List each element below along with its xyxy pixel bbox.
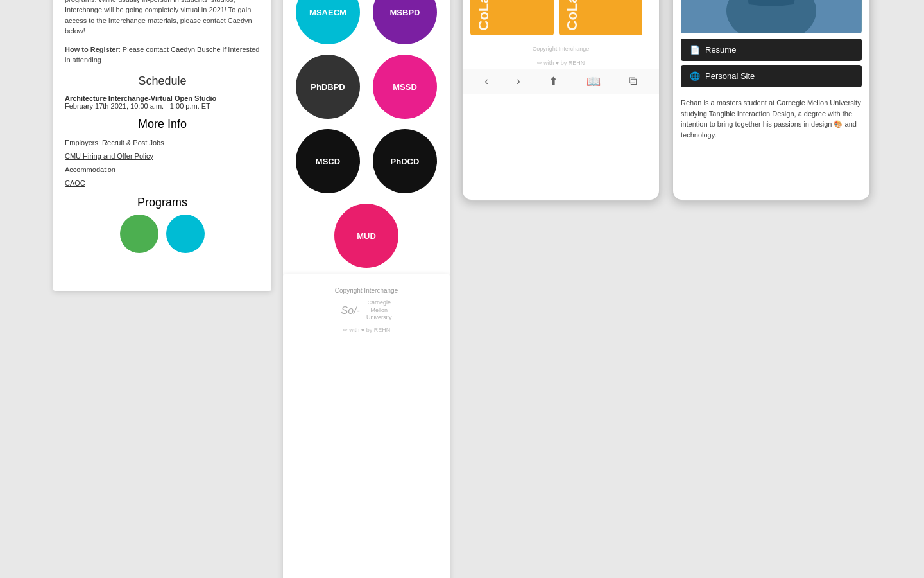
profile-buttons: 📄 Resume 🌐 Personal Site	[673, 33, 869, 92]
how-to-register: How to Register: Please contact Caedyn B…	[65, 44, 260, 66]
profile-avatar-svg	[681, 0, 862, 33]
more-info-link-0[interactable]: Employers: Recruit & Post Jobs	[65, 139, 164, 146]
phone3-made-with: ✏ with ♥ by REHN	[463, 55, 659, 69]
phone3-bottom-bar: ‹ › ⬆ 📖 ⧉	[463, 69, 659, 94]
prog-mud[interactable]: MUD	[334, 204, 398, 268]
footer-sol-logo: So/-	[341, 305, 360, 317]
profile-bio: Rehan is a masters student at Carnegie M…	[673, 92, 869, 145]
programs-panel: MAAD M.Arch MSAECM MSBPD PhDBPD MSSD MSC…	[283, 0, 450, 578]
project-card-2-label: CoLab	[564, 0, 581, 30]
contact-link[interactable]: Caedyn Busche	[171, 46, 221, 53]
prog-phdcd[interactable]: PhDCD	[373, 129, 437, 193]
prog-msbpd[interactable]: MSBPD	[373, 0, 437, 44]
personal-site-label: Personal Site	[705, 71, 755, 81]
more-info-links: Employers: Recruit & Post Jobs CMU Hirin…	[65, 136, 260, 188]
resume-button[interactable]: 📄 Resume	[681, 39, 862, 61]
personal-site-button[interactable]: 🌐 Personal Site	[681, 65, 862, 87]
desktop-panel: Home People Upload INTERCHANGE Connectin…	[53, 0, 271, 291]
programs-title: Programs	[65, 196, 260, 209]
phone3-forward-icon[interactable]: ›	[517, 74, 520, 89]
programs-footer: Copyright Interchange So/- CarnegieMello…	[283, 274, 450, 578]
project-card-2[interactable]: CoLab	[559, 0, 642, 35]
prog-mssd[interactable]: MSSD	[373, 55, 437, 119]
phone-profile-mockup: Carrier 📶 5:21 PM naher94.github.io Reha…	[672, 0, 871, 201]
circles-row-2: MSAECM MSBPD	[296, 0, 437, 44]
footer-cmu-text: CarnegieMellonUniversity	[366, 299, 392, 322]
phone3-footer-copyright: Copyright Interchange	[463, 40, 659, 55]
resume-icon: 📄	[690, 45, 700, 55]
project-card-1[interactable]: CoLab	[470, 0, 554, 35]
prog-mscd[interactable]: MSCD	[296, 129, 360, 193]
phone3-tabs-icon[interactable]: ⧉	[629, 74, 637, 89]
event-name: Architecture Interchange-Virtual Open St…	[65, 94, 260, 102]
prog-circle-maad	[120, 215, 158, 253]
profile-photo	[681, 0, 862, 33]
globe-icon: 🌐	[690, 71, 700, 81]
circles-grid: MAAD M.Arch MSAECM MSBPD PhDBPD MSSD MSC…	[283, 0, 450, 274]
circles-row-3: PhDBPD MSSD	[296, 55, 437, 119]
about-text: Interchange is a recruiting event for th…	[65, 0, 260, 37]
register-label: How to Register	[65, 46, 119, 53]
desktop-content: About Interchange is a recruiting event …	[53, 0, 271, 262]
main-container: Home People Upload INTERCHANGE Connectin…	[0, 0, 924, 578]
profile-photo-container: MTID	[681, 0, 862, 33]
phone3-bookmarks-icon[interactable]: 📖	[586, 74, 601, 89]
footer-copyright: Copyright Interchange	[335, 287, 398, 294]
prog-circle-2	[166, 215, 205, 253]
prog-phdbpd[interactable]: PhDBPD	[296, 55, 360, 119]
phone3-share-icon[interactable]: ⬆	[549, 74, 558, 89]
programs-preview-circles	[65, 215, 260, 253]
more-info-link-3[interactable]: CAOC	[65, 179, 85, 187]
register-text: : Please contact	[119, 46, 169, 53]
schedule-event: Architecture Interchange-Virtual Open St…	[65, 94, 260, 110]
prog-msaecm[interactable]: MSAECM	[296, 0, 360, 44]
more-info-link-2[interactable]: Accommodation	[65, 166, 116, 173]
footer-logos: So/- CarnegieMellonUniversity	[341, 299, 392, 322]
circles-row-4: MSCD PhDCD	[296, 129, 437, 193]
phone3-back-icon[interactable]: ‹	[484, 74, 488, 89]
resume-label: Resume	[705, 45, 736, 55]
schedule-title: Schedule	[65, 74, 260, 88]
footer-made-with: ✏ with ♥ by REHN	[343, 327, 390, 333]
more-info-title: More Info	[65, 118, 260, 131]
event-date: February 17th 2021, 10:00 a.m. - 1:00 p.…	[65, 102, 210, 110]
projects-cards: CoLab CoLab	[463, 0, 659, 40]
phone-projects-mockup: Carrier 📶 5:20 PM naher94.github.io ↻ Ho…	[461, 0, 660, 201]
circles-row-5: MUD	[296, 204, 437, 268]
project-card-1-label: CoLab	[475, 0, 492, 30]
more-info-link-1[interactable]: CMU Hiring and Offer Policy	[65, 152, 153, 160]
